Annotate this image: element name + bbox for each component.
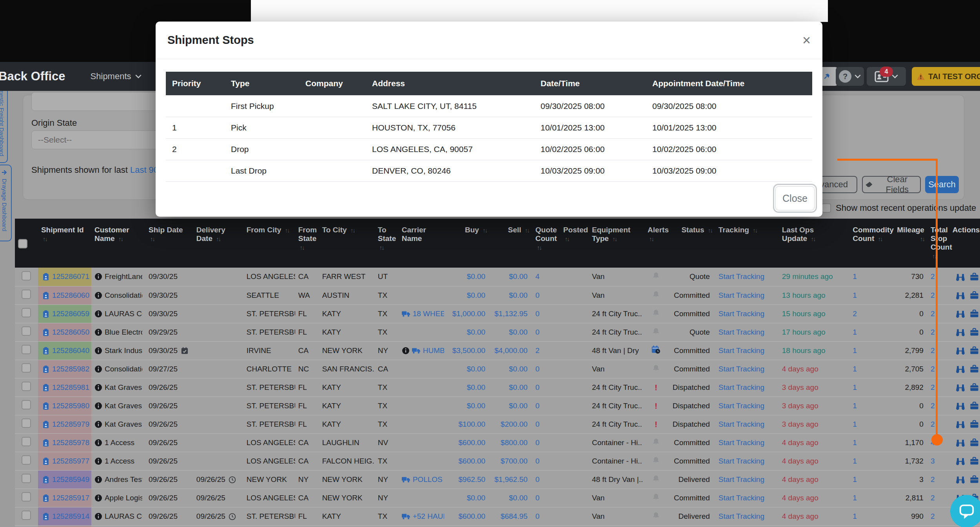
binoculars-icon[interactable] <box>956 291 965 299</box>
briefcase-icon[interactable] <box>970 457 979 465</box>
quote-count[interactable]: 0 <box>535 402 540 410</box>
help-menu-button[interactable]: ? <box>836 67 864 86</box>
info-icon[interactable] <box>94 328 102 336</box>
chat-widget-button[interactable] <box>950 495 980 527</box>
total-stop-count[interactable]: 2 <box>931 420 935 428</box>
quote-count[interactable]: 0 <box>535 291 540 299</box>
shipment-id-link[interactable]: 125285914 <box>52 512 89 520</box>
commodity-count[interactable]: 2 <box>853 310 857 318</box>
binoculars-icon[interactable] <box>956 402 965 410</box>
binoculars-icon[interactable] <box>956 310 965 318</box>
commodity-count[interactable]: 1 <box>853 328 857 336</box>
binoculars-icon[interactable] <box>956 383 965 391</box>
binoculars-icon[interactable] <box>956 457 965 465</box>
total-stop-count[interactable]: 2 <box>931 346 935 355</box>
shipment-copy-icon[interactable] <box>42 439 50 447</box>
col-total-stop-count[interactable]: Total Stop Count ↑↓ <box>927 219 949 268</box>
shipment-copy-icon[interactable] <box>42 402 50 410</box>
shipment-id-link[interactable]: 125285977 <box>52 457 89 465</box>
sort-icon[interactable]: ↑↓ <box>285 227 289 234</box>
start-tracking-link[interactable]: Start Tracking <box>719 383 764 391</box>
binoculars-icon[interactable] <box>956 475 965 484</box>
sort-icon[interactable]: ↑↓ <box>565 235 569 242</box>
total-stop-count[interactable]: 2 <box>931 310 935 318</box>
briefcase-icon[interactable] <box>970 383 979 391</box>
sort-icon[interactable]: ↑↓ <box>150 235 154 242</box>
col-tracking[interactable]: Tracking ↑↓ <box>715 219 766 268</box>
quote-count[interactable]: 0 <box>535 457 540 465</box>
quote-count[interactable]: 0 <box>535 328 540 336</box>
carrier-link[interactable]: +52 HAULIN <box>413 512 444 521</box>
col-mileage[interactable]: Mileage ↑↓ <box>894 219 927 268</box>
briefcase-icon[interactable] <box>970 365 979 373</box>
buy-amount[interactable]: $0.00 <box>467 328 486 336</box>
sort-icon[interactable]: ↑↓ <box>379 244 384 251</box>
sort-icon[interactable]: ↑↓ <box>537 244 541 251</box>
shipment-id-link[interactable]: 125285917 <box>52 494 89 502</box>
info-icon[interactable] <box>94 420 102 428</box>
sort-icon[interactable]: ↑↓ <box>878 235 882 242</box>
quote-count[interactable]: 0 <box>535 383 540 391</box>
binoculars-icon[interactable] <box>956 365 965 373</box>
nav-shipments[interactable]: Shipments <box>91 71 142 81</box>
total-stop-count[interactable]: 3 <box>931 457 935 465</box>
start-tracking-link[interactable]: Start Tracking <box>719 310 764 318</box>
start-tracking-link[interactable]: Start Tracking <box>719 512 764 520</box>
row-checkbox[interactable] <box>22 455 31 465</box>
quote-count[interactable]: 0 <box>535 365 540 373</box>
row-checkbox[interactable] <box>22 345 31 354</box>
info-icon[interactable] <box>94 384 102 391</box>
total-stop-count[interactable]: 2 <box>931 494 935 502</box>
binoculars-icon[interactable] <box>956 273 965 281</box>
commodity-count[interactable]: 1 <box>853 346 857 355</box>
quote-count[interactable]: 0 <box>535 420 540 428</box>
buy-amount[interactable]: $600.00 <box>459 457 486 465</box>
binoculars-icon[interactable] <box>956 346 965 355</box>
shipment-copy-icon[interactable] <box>42 310 50 318</box>
sort-icon[interactable]: ↑↓ <box>300 244 304 251</box>
sell-amount[interactable]: $0.00 <box>509 291 528 299</box>
row-checkbox[interactable] <box>22 511 31 520</box>
buy-amount[interactable]: $0.00 <box>467 272 486 281</box>
commodity-count[interactable]: 1 <box>853 494 857 502</box>
carrier-link[interactable]: HUMBO <box>423 346 444 355</box>
sell-amount[interactable]: $0.00 <box>509 328 528 336</box>
info-icon[interactable] <box>94 439 102 447</box>
start-tracking-link[interactable]: Start Tracking <box>719 420 764 428</box>
sell-amount[interactable]: $0.00 <box>509 494 528 502</box>
sell-amount[interactable]: $0.00 <box>509 383 528 391</box>
buy-amount[interactable]: $3,500.00 <box>452 346 486 355</box>
col-to-city[interactable]: To City ↑↓ <box>319 219 375 268</box>
start-tracking-link[interactable]: Start Tracking <box>719 328 764 336</box>
col-from-city[interactable]: From City ↑↓ <box>243 219 295 268</box>
buy-amount[interactable]: $0.00 <box>467 365 486 373</box>
start-tracking-link[interactable]: Start Tracking <box>719 475 764 484</box>
shipment-id-link[interactable]: 125286071 <box>52 272 89 281</box>
col-buy[interactable]: Buy ↑↓ <box>447 219 490 268</box>
sell-amount[interactable]: $0.00 <box>509 365 528 373</box>
search-button[interactable]: Search <box>925 176 959 193</box>
start-tracking-link[interactable]: Start Tracking <box>719 494 764 502</box>
binoculars-icon[interactable] <box>956 328 965 336</box>
total-stop-count[interactable]: 2 <box>931 291 935 299</box>
info-icon[interactable] <box>94 476 102 484</box>
sell-amount[interactable]: $1,132.95 <box>494 310 528 318</box>
row-checkbox[interactable] <box>22 308 31 317</box>
shipment-copy-icon[interactable] <box>42 384 50 391</box>
sort-icon[interactable]: ↑↓ <box>811 235 815 242</box>
info-icon[interactable] <box>94 494 102 502</box>
shipment-copy-icon[interactable] <box>42 457 50 465</box>
row-checkbox[interactable] <box>22 437 31 446</box>
quote-count[interactable]: 0 <box>535 310 540 318</box>
buy-amount[interactable]: $0.00 <box>467 383 486 391</box>
sell-amount[interactable]: $200.00 <box>501 420 528 428</box>
commodity-count[interactable]: 1 <box>853 512 857 520</box>
sort-icon[interactable]: ↑↓ <box>525 227 529 234</box>
col-alerts[interactable]: Alerts ↑↓ <box>644 219 668 268</box>
start-tracking-link[interactable]: Start Tracking <box>719 402 764 410</box>
buy-amount[interactable]: $0.00 <box>467 494 486 502</box>
sort-icon[interactable]: ↑↓ <box>43 235 47 242</box>
col-quote-count[interactable]: Quote Count ↑↓ <box>532 219 560 268</box>
sort-icon[interactable]: ↑↓ <box>483 227 487 234</box>
binoculars-icon[interactable] <box>956 438 965 447</box>
